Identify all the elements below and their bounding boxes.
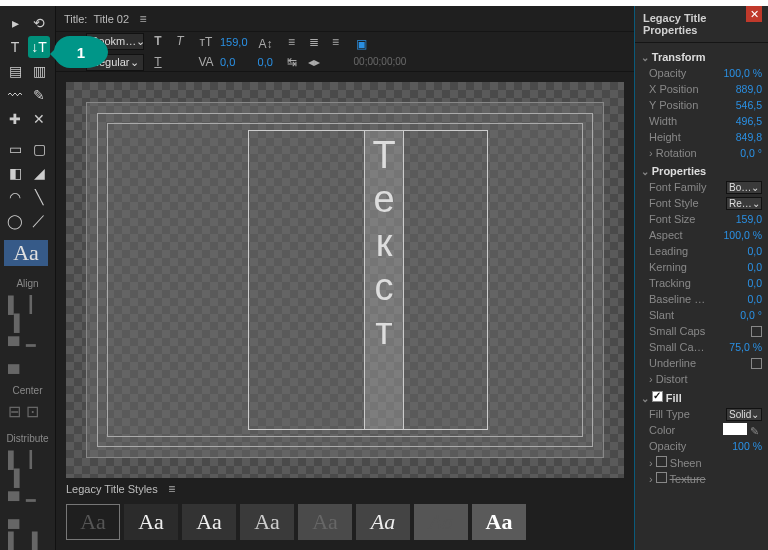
width-value[interactable]: 496,5 bbox=[736, 115, 762, 127]
aspect-value[interactable]: 100,0 % bbox=[723, 229, 762, 241]
underline-icon[interactable]: T bbox=[150, 54, 166, 70]
sheen-label[interactable]: Sheen bbox=[649, 456, 702, 469]
style-swatch[interactable]: Aa bbox=[124, 504, 178, 540]
font-size-value[interactable]: 159,0 bbox=[736, 213, 762, 225]
distort-label[interactable]: Distort bbox=[649, 373, 688, 385]
styles-menu-icon[interactable]: ≡ bbox=[164, 481, 180, 497]
horizontal-type-tool[interactable]: T bbox=[4, 36, 26, 58]
pen-tool[interactable]: ✎ bbox=[28, 84, 50, 106]
align-right-icon[interactable]: ≡ bbox=[328, 34, 344, 50]
dist-6[interactable]: ▄ bbox=[8, 510, 26, 524]
texture-label[interactable]: Texture bbox=[649, 472, 706, 485]
align-center-h-button[interactable]: ┃ bbox=[26, 295, 44, 309]
ellipse-tool[interactable]: ◯ bbox=[4, 210, 26, 232]
ypos-label: Y Position bbox=[649, 99, 698, 111]
line-tool-2[interactable]: ／ bbox=[28, 210, 50, 232]
dist-2[interactable]: ┃ bbox=[26, 450, 44, 464]
underline-checkbox[interactable] bbox=[751, 358, 762, 369]
sheen-checkbox[interactable] bbox=[656, 456, 667, 467]
leading-value[interactable]: 0,0 bbox=[747, 245, 762, 257]
arc-tool[interactable]: ◠ bbox=[4, 186, 26, 208]
opacity-value[interactable]: 100,0 % bbox=[723, 67, 762, 79]
dist-8[interactable]: ▐ bbox=[26, 532, 44, 546]
kerning-value[interactable]: 0,0 bbox=[747, 261, 762, 273]
ypos-value[interactable]: 546,5 bbox=[736, 99, 762, 111]
style-swatch[interactable]: Aa bbox=[66, 504, 120, 540]
line-tool[interactable]: ╲ bbox=[28, 186, 50, 208]
properties-group[interactable]: Properties bbox=[641, 165, 762, 177]
filltype-dropdown[interactable]: Solid⌄ bbox=[726, 408, 762, 421]
title-options-bar: ⎘ Bookm…⌄ T T ⇄ Regular⌄ T тT159,0 VA0,0… bbox=[56, 32, 634, 72]
smallcaps-checkbox[interactable] bbox=[751, 326, 762, 337]
rotation-value[interactable]: 0,0 ° bbox=[740, 147, 762, 159]
align-bottom-button[interactable]: ▄ bbox=[8, 355, 26, 369]
dist-4[interactable]: ▀ bbox=[8, 492, 26, 506]
vtext-char: т bbox=[375, 309, 392, 353]
align-buttons: ▌┃▐ ▀━▄ bbox=[4, 295, 51, 373]
leading-value[interactable]: 0,0 bbox=[258, 56, 273, 68]
path-type-tool[interactable]: 〰 bbox=[4, 84, 26, 106]
current-style-swatch[interactable]: Aa bbox=[4, 240, 48, 266]
wedge-tool[interactable]: ◢ bbox=[28, 162, 50, 184]
delete-anchor-tool[interactable]: ✕ bbox=[28, 108, 50, 130]
tracking-value[interactable]: 0,0 bbox=[747, 277, 762, 289]
style-swatch[interactable]: Aa bbox=[182, 504, 236, 540]
show-background-video-icon[interactable]: ▣ bbox=[354, 36, 370, 52]
vertical-area-type-tool[interactable]: ▥ bbox=[28, 60, 50, 82]
style-swatch[interactable]: Aa bbox=[298, 504, 352, 540]
fill-enable-checkbox[interactable] bbox=[652, 391, 663, 402]
selection-tool[interactable]: ▸ bbox=[4, 12, 26, 34]
height-value[interactable]: 849,8 bbox=[736, 131, 762, 143]
align-center-icon[interactable]: ≣ bbox=[306, 34, 322, 50]
align-center-v-button[interactable]: ━ bbox=[26, 336, 44, 350]
font-style-dropdown[interactable]: Re…⌄ bbox=[726, 197, 762, 210]
fill-group[interactable]: Fill bbox=[641, 391, 762, 404]
font-size-value[interactable]: 159,0 bbox=[220, 36, 248, 48]
fill-opacity-value[interactable]: 100 % bbox=[732, 440, 762, 452]
title-canvas[interactable]: Т е к с т bbox=[66, 82, 624, 478]
add-anchor-tool[interactable]: ✚ bbox=[4, 108, 26, 130]
texture-checkbox[interactable] bbox=[656, 472, 667, 483]
smallcapssize-value[interactable]: 75,0 % bbox=[729, 341, 762, 353]
style-swatch[interactable]: Aa bbox=[240, 504, 294, 540]
center-h-button[interactable]: ⊟ bbox=[8, 402, 26, 416]
window-close-button[interactable]: ✕ bbox=[746, 6, 762, 22]
rotation-label[interactable]: Rotation bbox=[649, 147, 697, 159]
center-v-button[interactable]: ⊡ bbox=[26, 402, 44, 416]
tab-stops-icon[interactable]: ↹ bbox=[284, 54, 300, 70]
show-video-icon[interactable]: ◂▸ bbox=[306, 54, 322, 70]
bold-icon[interactable]: T bbox=[150, 33, 166, 49]
slant-value[interactable]: 0,0 ° bbox=[740, 309, 762, 321]
style-swatch[interactable]: Aa bbox=[414, 504, 468, 540]
distribute-buttons: ▌┃▐ ▀━▄ ▌▐ bbox=[4, 450, 51, 550]
eyedropper-icon[interactable]: ✎ bbox=[750, 425, 762, 437]
transform-group[interactable]: Transform bbox=[641, 51, 762, 63]
rotate-tool[interactable]: ⟲ bbox=[28, 12, 50, 34]
font-family-dropdown[interactable]: Bo…⌄ bbox=[726, 181, 762, 194]
tab-menu-icon[interactable]: ≡ bbox=[135, 11, 151, 27]
title-prefix: Title: bbox=[64, 13, 87, 25]
timecode-value[interactable]: 00;00;00;00 bbox=[354, 56, 407, 67]
title-name[interactable]: Title 02 bbox=[93, 13, 129, 25]
dist-5[interactable]: ━ bbox=[26, 491, 44, 505]
vertical-text-object[interactable]: Т е к с т bbox=[364, 130, 404, 430]
fill-color-swatch[interactable] bbox=[723, 423, 747, 435]
width-label: Width bbox=[649, 115, 677, 127]
dist-3[interactable]: ▐ bbox=[8, 469, 26, 483]
style-swatch[interactable]: Aa bbox=[472, 504, 526, 540]
baseline-value[interactable]: 0,0 bbox=[747, 293, 762, 305]
clipped-rectangle-tool[interactable]: ◧ bbox=[4, 162, 26, 184]
dist-1[interactable]: ▌ bbox=[8, 451, 26, 465]
kerning-value[interactable]: 0,0 bbox=[220, 56, 235, 68]
italic-icon[interactable]: T bbox=[172, 33, 188, 49]
rounded-rectangle-tool[interactable]: ▢ bbox=[28, 138, 50, 160]
xpos-value[interactable]: 889,0 bbox=[736, 83, 762, 95]
align-left-button[interactable]: ▌ bbox=[8, 296, 26, 310]
align-right-button[interactable]: ▐ bbox=[8, 314, 26, 328]
area-type-tool[interactable]: ▤ bbox=[4, 60, 26, 82]
rectangle-tool[interactable]: ▭ bbox=[4, 138, 26, 160]
align-top-button[interactable]: ▀ bbox=[8, 337, 26, 351]
style-swatch[interactable]: Aa bbox=[356, 504, 410, 540]
dist-7[interactable]: ▌ bbox=[8, 532, 26, 546]
align-left-icon[interactable]: ≡ bbox=[284, 34, 300, 50]
